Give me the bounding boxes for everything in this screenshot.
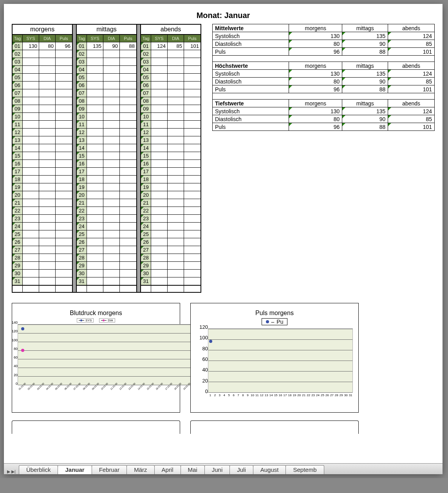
puls-cell[interactable] bbox=[56, 81, 72, 89]
dia-cell[interactable] bbox=[39, 65, 56, 73]
puls-cell[interactable] bbox=[184, 214, 201, 222]
day-cell[interactable]: 03 bbox=[141, 58, 151, 65]
sys-cell[interactable] bbox=[151, 269, 168, 277]
dia-cell[interactable] bbox=[168, 261, 184, 269]
puls-cell[interactable] bbox=[56, 152, 72, 160]
dia-cell[interactable] bbox=[39, 269, 56, 277]
puls-cell[interactable] bbox=[56, 73, 72, 81]
puls-cell[interactable] bbox=[56, 230, 72, 238]
puls-cell[interactable] bbox=[120, 65, 136, 73]
day-cell[interactable]: 28 bbox=[141, 254, 151, 261]
puls-cell[interactable] bbox=[184, 105, 201, 112]
sys-cell[interactable] bbox=[151, 183, 168, 191]
day-cell[interactable]: 27 bbox=[13, 246, 23, 254]
day-cell[interactable]: 07 bbox=[77, 89, 87, 97]
puls-cell[interactable] bbox=[56, 183, 72, 191]
puls-cell[interactable] bbox=[120, 254, 136, 261]
puls-cell[interactable] bbox=[120, 183, 136, 191]
sys-cell[interactable] bbox=[23, 277, 39, 285]
sys-cell[interactable] bbox=[87, 222, 103, 230]
day-cell[interactable]: 17 bbox=[141, 167, 151, 175]
day-cell[interactable]: 15 bbox=[77, 152, 87, 160]
sys-cell[interactable] bbox=[23, 112, 39, 120]
puls-cell[interactable] bbox=[56, 207, 72, 214]
puls-cell[interactable] bbox=[184, 230, 201, 238]
dia-cell[interactable] bbox=[103, 214, 120, 222]
sys-cell[interactable] bbox=[87, 269, 103, 277]
day-cell[interactable]: 26 bbox=[77, 238, 87, 246]
puls-cell[interactable] bbox=[120, 144, 136, 152]
sys-cell[interactable] bbox=[151, 128, 168, 136]
dia-cell[interactable] bbox=[168, 73, 184, 81]
dia-cell[interactable] bbox=[39, 89, 56, 97]
dia-cell[interactable] bbox=[168, 128, 184, 136]
day-cell[interactable]: 02 bbox=[77, 50, 87, 58]
puls-cell[interactable] bbox=[56, 112, 72, 120]
dia-cell[interactable]: 80 bbox=[39, 42, 56, 50]
puls-cell[interactable] bbox=[56, 144, 72, 152]
day-cell[interactable]: 11 bbox=[13, 120, 23, 128]
dia-cell[interactable] bbox=[103, 175, 120, 183]
dia-cell[interactable] bbox=[39, 160, 56, 167]
dia-cell[interactable] bbox=[168, 152, 184, 160]
puls-cell[interactable] bbox=[56, 214, 72, 222]
day-cell[interactable]: 07 bbox=[141, 89, 151, 97]
dia-cell[interactable] bbox=[103, 120, 120, 128]
day-cell[interactable]: 26 bbox=[141, 238, 151, 246]
day-cell[interactable]: 28 bbox=[13, 254, 23, 261]
day-cell[interactable]: 22 bbox=[141, 207, 151, 214]
sys-cell[interactable] bbox=[151, 136, 168, 144]
puls-cell[interactable] bbox=[56, 175, 72, 183]
dia-cell[interactable] bbox=[103, 160, 120, 167]
sys-cell[interactable] bbox=[151, 89, 168, 97]
sys-cell[interactable] bbox=[151, 191, 168, 199]
sys-cell[interactable] bbox=[151, 199, 168, 207]
sys-cell[interactable] bbox=[23, 199, 39, 207]
day-cell[interactable]: 16 bbox=[13, 160, 23, 167]
day-cell[interactable]: 26 bbox=[13, 238, 23, 246]
sys-cell[interactable] bbox=[23, 261, 39, 269]
sys-cell[interactable] bbox=[87, 97, 103, 105]
puls-cell[interactable]: 96 bbox=[56, 42, 72, 50]
dia-cell[interactable] bbox=[39, 277, 56, 285]
puls-cell[interactable] bbox=[184, 222, 201, 230]
puls-cell[interactable] bbox=[120, 207, 136, 214]
sys-cell[interactable] bbox=[23, 152, 39, 160]
dia-cell[interactable] bbox=[103, 167, 120, 175]
dia-cell[interactable] bbox=[168, 136, 184, 144]
day-cell[interactable]: 29 bbox=[13, 261, 23, 269]
sys-cell[interactable] bbox=[87, 120, 103, 128]
dia-cell[interactable] bbox=[39, 183, 56, 191]
day-cell[interactable]: 12 bbox=[13, 128, 23, 136]
dia-cell[interactable] bbox=[103, 269, 120, 277]
day-cell[interactable]: 13 bbox=[13, 136, 23, 144]
dia-cell[interactable] bbox=[103, 254, 120, 261]
sys-cell[interactable] bbox=[87, 175, 103, 183]
day-cell[interactable]: 17 bbox=[13, 167, 23, 175]
sys-cell[interactable] bbox=[87, 167, 103, 175]
sys-cell[interactable] bbox=[151, 73, 168, 81]
sys-cell[interactable] bbox=[151, 58, 168, 65]
sys-cell[interactable] bbox=[23, 238, 39, 246]
dia-cell[interactable] bbox=[39, 128, 56, 136]
puls-cell[interactable] bbox=[184, 50, 201, 58]
puls-cell[interactable] bbox=[120, 230, 136, 238]
puls-cell[interactable] bbox=[120, 136, 136, 144]
puls-cell[interactable] bbox=[120, 191, 136, 199]
dia-cell[interactable] bbox=[168, 160, 184, 167]
puls-cell[interactable] bbox=[184, 167, 201, 175]
day-cell[interactable]: 13 bbox=[77, 136, 87, 144]
day-cell[interactable]: 31 bbox=[13, 277, 23, 285]
sys-cell[interactable] bbox=[23, 160, 39, 167]
dia-cell[interactable] bbox=[103, 50, 120, 58]
dia-cell[interactable] bbox=[103, 222, 120, 230]
puls-cell[interactable] bbox=[56, 136, 72, 144]
sys-cell[interactable] bbox=[23, 105, 39, 112]
sys-cell[interactable] bbox=[87, 128, 103, 136]
day-cell[interactable]: 23 bbox=[77, 214, 87, 222]
sys-cell[interactable] bbox=[151, 65, 168, 73]
sys-cell[interactable] bbox=[87, 89, 103, 97]
day-cell[interactable]: 31 bbox=[77, 277, 87, 285]
sys-cell[interactable] bbox=[23, 144, 39, 152]
dia-cell[interactable] bbox=[168, 144, 184, 152]
